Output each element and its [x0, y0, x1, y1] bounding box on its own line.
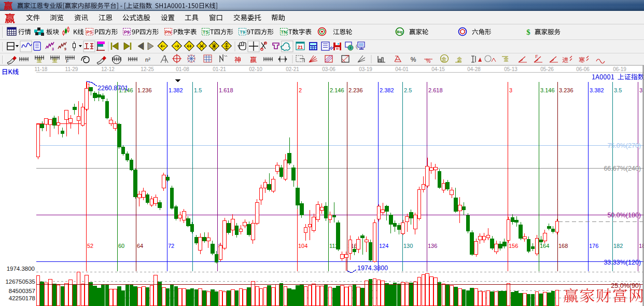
svg-text:33.33%(120): 33.33%(120) [604, 259, 641, 266]
svg-text:11-29: 11-29 [65, 66, 78, 72]
svg-text:124: 124 [379, 243, 388, 249]
svg-text:3: 3 [52, 47, 54, 51]
svg-text:F: F [535, 54, 538, 59]
svg-text:75.0%(270): 75.0%(270) [607, 142, 641, 149]
svg-text:TN: TN [281, 30, 287, 35]
svg-text:2260.8701: 2260.8701 [97, 85, 128, 92]
svg-text:72: 72 [168, 243, 174, 249]
svg-text:25.0%(90): 25.0%(90) [611, 282, 641, 289]
svg-text:60: 60 [118, 243, 124, 249]
svg-text:05-13: 05-13 [504, 66, 517, 72]
svg-text:2.382: 2.382 [380, 87, 394, 93]
svg-text:64: 64 [137, 243, 143, 249]
svg-text:05-26: 05-26 [540, 66, 554, 72]
svg-text:02-21: 02-21 [286, 66, 299, 72]
svg-text:168: 168 [558, 243, 568, 249]
svg-text:1.382: 1.382 [169, 87, 183, 93]
svg-text:126750535: 126750535 [5, 279, 35, 285]
svg-text:04-01: 04-01 [395, 66, 409, 72]
svg-text:01-21: 01-21 [213, 66, 226, 72]
svg-text:3.382: 3.382 [590, 87, 604, 93]
svg-text:2: 2 [299, 87, 302, 93]
svg-text:3.5: 3.5 [614, 87, 622, 93]
svg-text:06-19: 06-19 [613, 66, 626, 72]
svg-text:1974.3800: 1974.3800 [357, 265, 388, 272]
svg-text:52: 52 [87, 243, 93, 249]
svg-text:3.146: 3.146 [540, 87, 555, 93]
svg-text:P9: P9 [124, 30, 130, 35]
svg-text:01-08: 01-08 [176, 66, 189, 72]
svg-text:2.146: 2.146 [330, 87, 344, 93]
svg-text:176: 176 [589, 243, 598, 249]
svg-text:164: 164 [540, 243, 549, 249]
svg-text:84500357: 84500357 [9, 288, 35, 294]
svg-text:50.0%(180): 50.0%(180) [607, 212, 641, 219]
svg-text:04-15: 04-15 [431, 66, 445, 72]
svg-text:%: % [411, 56, 416, 63]
svg-text:2.618: 2.618 [428, 87, 443, 93]
svg-text:2.5: 2.5 [404, 87, 412, 93]
svg-text:182: 182 [613, 243, 623, 249]
svg-text:11-18: 11-18 [35, 66, 48, 72]
svg-text:$: $ [526, 28, 530, 36]
svg-text:03-19: 03-19 [359, 66, 372, 72]
svg-text:1.236: 1.236 [137, 87, 152, 93]
svg-text:Big: Big [397, 30, 402, 34]
svg-text:42250178: 42250178 [9, 295, 35, 301]
svg-text:136: 136 [428, 243, 437, 249]
svg-text:21: 21 [298, 45, 303, 50]
svg-text:66.67%(240): 66.67%(240) [604, 165, 641, 172]
svg-text:130: 130 [403, 243, 413, 249]
svg-text:F: F [66, 59, 69, 64]
svg-text:9: 9 [64, 47, 66, 51]
svg-text:3: 3 [509, 87, 512, 93]
svg-text:06-06: 06-06 [576, 66, 590, 72]
svg-text:3.236: 3.236 [559, 87, 573, 93]
svg-text:04-28: 04-28 [467, 66, 481, 72]
svg-text:03-06: 03-06 [322, 66, 335, 72]
svg-text:12-25: 12-25 [141, 66, 154, 72]
svg-text:%: % [426, 58, 431, 64]
svg-text:T9: T9 [240, 30, 245, 35]
svg-text:1.618: 1.618 [219, 87, 233, 93]
svg-text:TS: TS [203, 30, 209, 35]
svg-text:PN: PN [165, 30, 172, 35]
svg-text:1974.3800: 1974.3800 [7, 266, 35, 272]
svg-text:104: 104 [298, 243, 307, 249]
svg-text:1.5: 1.5 [194, 87, 202, 93]
svg-text:02-10: 02-10 [249, 66, 262, 72]
svg-text:12-12: 12-12 [101, 66, 115, 72]
svg-text:n²: n² [145, 57, 150, 63]
svg-text:156: 156 [509, 243, 518, 249]
svg-text:PS: PS [86, 30, 92, 35]
svg-text:2.236: 2.236 [348, 87, 363, 93]
